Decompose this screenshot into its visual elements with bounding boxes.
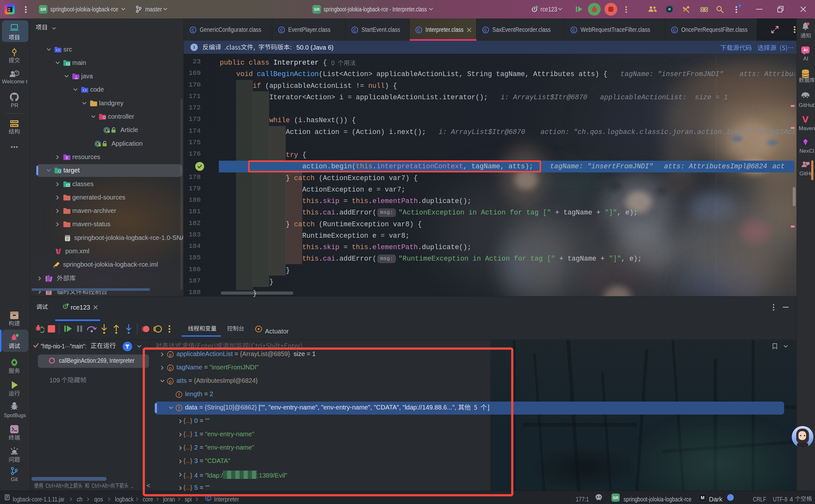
svg-text:C: C [207,496,210,501]
svg-text:C: C [353,28,356,32]
svg-text:C: C [417,28,420,32]
svg-text:C: C [191,28,194,32]
svg-text:?: ? [16,71,18,75]
svg-text:C: C [484,28,487,32]
svg-text:C: C [673,28,676,32]
svg-text:C: C [572,28,575,32]
svg-text:C: C [280,28,283,32]
